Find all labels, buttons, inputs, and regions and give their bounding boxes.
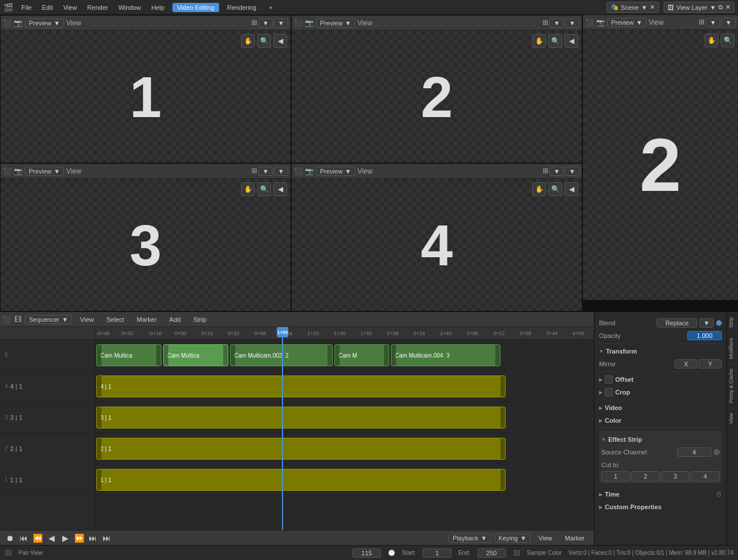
cut-to-1-btn[interactable]: 1: [601, 471, 630, 482]
panel-3-hand-tool[interactable]: ✋: [241, 182, 255, 196]
strip-cam-5[interactable]: Cam Multicam.004: 3: [391, 344, 500, 366]
panel-2-collapse-tool[interactable]: ◀: [564, 34, 578, 48]
mirror-y-btn[interactable]: Y: [699, 359, 722, 369]
panel-4-hand-tool[interactable]: ✋: [532, 182, 546, 196]
pb-menu-marker[interactable]: Marker: [560, 533, 589, 543]
prev-frame-btn[interactable]: ⏪: [32, 533, 43, 543]
rp-aspect-icon[interactable]: ⊞: [699, 18, 705, 27]
rp-hand-tool[interactable]: ✋: [705, 33, 718, 47]
seq-timeline[interactable]: -0+48 0+32 -0+16 0+00 0+16 0+32 0+48 1+0…: [95, 327, 594, 530]
seq-menu-select[interactable]: Select: [102, 315, 129, 324]
panel-1-camera-icon[interactable]: 📷: [14, 19, 22, 27]
panel-3-aspect-icon[interactable]: ⊞: [251, 167, 257, 176]
offset-header[interactable]: ▶ Offset: [599, 373, 722, 386]
seq-menu-marker[interactable]: Marker: [132, 315, 161, 324]
video-header[interactable]: ▶ Video: [599, 401, 722, 414]
strip-ch3-left-handle[interactable]: [97, 407, 101, 428]
panel-1-zoom-tool[interactable]: 🔍: [257, 34, 271, 48]
view-layer-selector[interactable]: 🖼 View Layer ▼ ⧉ ✕: [664, 2, 735, 13]
panel-3-camera-icon[interactable]: 📷: [14, 167, 22, 175]
blend-dot[interactable]: [716, 320, 722, 326]
cut-to-3-btn[interactable]: 3: [661, 471, 690, 482]
menu-view[interactable]: View: [59, 3, 82, 12]
panel-1-render-dropdown[interactable]: ▼: [274, 18, 288, 28]
panel-1-collapse-tool[interactable]: ◀: [273, 34, 287, 48]
playback-dropdown[interactable]: Playback ▼: [449, 533, 491, 543]
rp-view-label[interactable]: View: [649, 18, 664, 27]
strip-ch3[interactable]: 3 | 1: [96, 407, 506, 429]
panel-2-camera-icon[interactable]: 📷: [305, 19, 314, 27]
playhead[interactable]: 1+55: [282, 327, 283, 530]
panel-2-render-dropdown[interactable]: ▼: [565, 18, 579, 28]
rp-camera-icon[interactable]: 📷: [596, 18, 605, 27]
skip-start-btn[interactable]: ⏮: [18, 533, 29, 543]
seq-menu-add[interactable]: Add: [165, 315, 186, 324]
panel-3-view-label[interactable]: View: [66, 167, 81, 175]
workspace-video-editing[interactable]: Video Editing: [172, 3, 219, 12]
panel-3-render-dropdown[interactable]: ▼: [274, 167, 288, 176]
panel-4-render-dropdown[interactable]: ▼: [565, 167, 579, 176]
seq-mode-dropdown[interactable]: Sequencer ▼: [25, 315, 72, 324]
panel-4-aspect-icon[interactable]: ⊞: [543, 167, 548, 176]
strip-ch4[interactable]: 4 | 1: [96, 375, 506, 397]
strip-cam-4-right-handle[interactable]: [384, 345, 389, 366]
source-channel-value[interactable]: 4: [677, 448, 711, 457]
strip-ch2-left-handle[interactable]: [97, 438, 101, 459]
strip-cam-4[interactable]: Cam M: [334, 344, 389, 366]
strip-ch1-right-handle[interactable]: [500, 469, 505, 490]
record-btn[interactable]: ⏺: [5, 533, 15, 543]
color-header[interactable]: ▶ Color: [599, 414, 722, 427]
panel-4-zoom-tool[interactable]: 🔍: [548, 182, 562, 196]
offset-checkbox[interactable]: [605, 375, 613, 384]
panel-2-zoom-tool[interactable]: 🔍: [548, 34, 562, 48]
panel-4-mode-dropdown[interactable]: Preview ▼: [316, 167, 355, 176]
play-btn[interactable]: ▶: [60, 533, 70, 543]
strip-cam-1-right-handle[interactable]: [156, 345, 161, 366]
strip-ch2[interactable]: 2 | 1: [96, 438, 506, 460]
strip-ch3-right-handle[interactable]: [500, 407, 505, 428]
menu-window[interactable]: Window: [114, 3, 145, 12]
panel-3-type-icon[interactable]: ⬛: [3, 167, 12, 175]
custom-props-header[interactable]: ▶ Custom Properties: [599, 501, 722, 513]
panel-2-hand-tool[interactable]: ✋: [532, 34, 546, 48]
blend-dropdown[interactable]: Replace: [657, 318, 697, 328]
panel-1-mode-dropdown[interactable]: Preview ▼: [25, 18, 64, 28]
panel-2-view-label[interactable]: View: [357, 19, 372, 27]
current-frame-input[interactable]: 115: [352, 548, 381, 558]
end-frame-input[interactable]: 250: [477, 548, 506, 558]
strip-ch1[interactable]: 1 | 1: [96, 469, 506, 491]
strip-cam-5-right-handle[interactable]: [495, 345, 500, 366]
strip-ch4-left-handle[interactable]: [97, 376, 101, 397]
rewind-btn[interactable]: ◀: [46, 533, 57, 543]
view-layer-copy[interactable]: ⧉: [718, 3, 723, 11]
transform-header[interactable]: ▼ Transform: [599, 345, 722, 358]
view-layer-close[interactable]: ✕: [725, 3, 731, 11]
panel-4-view-label[interactable]: View: [357, 167, 372, 175]
vtab-modifiers[interactable]: Modifiers: [727, 333, 738, 364]
seq-icon[interactable]: 🎞: [14, 315, 21, 324]
strip-cam-2[interactable]: Cam Multica: [163, 344, 228, 366]
panel-2-type-icon[interactable]: ⬛: [294, 19, 303, 27]
effect-strip-header[interactable]: ▼ Effect Strip: [601, 433, 720, 446]
scene-close-icon[interactable]: ✕: [650, 3, 655, 11]
rp-zoom-tool[interactable]: 🔍: [721, 33, 735, 47]
rp-mode-dropdown[interactable]: Preview ▼: [607, 18, 646, 27]
panel-1-aspect-dropdown[interactable]: ▼: [258, 18, 273, 28]
panel-4-camera-icon[interactable]: 📷: [305, 167, 314, 175]
strip-cam-1-left-handle[interactable]: [97, 345, 101, 366]
vtab-view[interactable]: View: [727, 408, 738, 429]
time-header[interactable]: ▶ Time ⏱: [599, 488, 722, 501]
panel-1-type-icon[interactable]: ⬛: [3, 19, 12, 27]
seq-menu-view[interactable]: View: [76, 315, 99, 324]
panel-1-hand-tool[interactable]: ✋: [241, 34, 255, 48]
workspace-rendering[interactable]: Rendering: [223, 3, 261, 12]
strip-cam-5-left-handle[interactable]: [391, 345, 396, 366]
blend-arrow-btn[interactable]: ▼: [699, 318, 714, 328]
vtab-strip[interactable]: Strip: [727, 312, 738, 333]
crop-checkbox[interactable]: [605, 388, 613, 396]
scene-selector[interactable]: 🎭 Scene ▼ ✕: [607, 2, 659, 13]
panel-3-zoom-tool[interactable]: 🔍: [257, 182, 271, 196]
strip-ch4-right-handle[interactable]: [500, 376, 505, 397]
skip-end-btn[interactable]: ⏭: [101, 533, 112, 543]
panel-3-aspect-dropdown[interactable]: ▼: [258, 167, 273, 176]
